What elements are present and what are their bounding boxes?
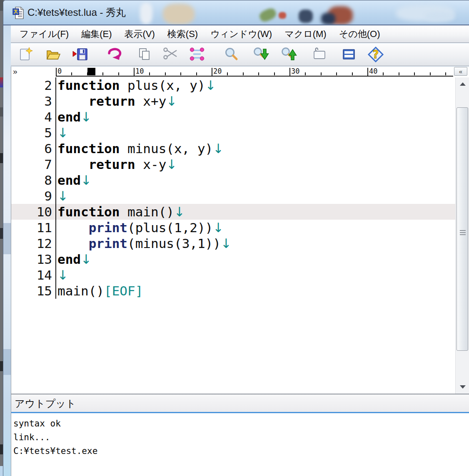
ruler-label: 40 [369,67,377,75]
code-line-row: 9↓ [11,188,455,204]
ruler-tick [367,68,368,76]
line-number: 9 [11,188,55,204]
code-line-row: 2function plus(x, y)↓ [11,77,455,93]
wallpaper-blob [299,10,313,23]
menu-item-edit[interactable]: 編集(E) [75,28,118,40]
menu-item-search[interactable]: 検索(S) [161,28,204,40]
scrollbar-down-button[interactable] [456,380,469,394]
paste-icon [189,46,207,63]
line-number: 13 [11,251,55,267]
code-lines: 2function plus(x, y)↓3 return x+y↓4end↓5… [11,77,455,299]
title-bar[interactable]: C:¥tets¥test.lua - 秀丸 [3,0,469,25]
ruler-label: 30 [291,67,299,75]
toolbar-paste-button[interactable] [189,46,207,64]
output-panel-title: アウトプット [11,394,469,413]
code-line-text[interactable]: ↓ [55,188,455,204]
toolbar-help-button[interactable]: ? [367,46,386,64]
toolbar: ? [11,43,469,66]
output-panel-body[interactable]: syntax oklink...C:¥tets¥test.exe [11,414,469,476]
code-segment [57,157,89,172]
code-segment: function [57,204,120,219]
code-line-row: 14↓ [11,267,455,283]
toolbar-split-window-button[interactable] [340,46,359,64]
toolbar-save-file-button[interactable] [72,46,90,64]
code-line-text[interactable]: end↓ [55,109,455,125]
ruler-expand-button[interactable]: » [13,67,17,76]
code-line-text[interactable]: main()[EOF] [55,283,455,299]
newline-mark-icon: ↓ [81,252,92,267]
menu-item-view[interactable]: 表示(V) [118,28,161,40]
editor-pane: » 010203040 « 2function plus(x, y)↓3 ret… [11,67,469,476]
toolbar-search-up-button[interactable] [280,46,299,64]
ruler-tick [258,72,259,75]
scrollbar-up-button[interactable] [456,77,469,91]
code-segment [57,236,89,251]
vertical-scrollbar[interactable] [455,77,469,394]
code-line-row: 3 return x+y↓ [11,93,455,109]
scrollbar-thumb[interactable] [457,107,468,351]
ruler-tick [149,72,150,75]
down-arrow-icon [460,385,466,389]
code-segment [57,220,89,235]
toolbar-copy-button[interactable] [136,46,155,64]
output-line: syntax ok [13,417,469,431]
code-line-text[interactable]: function plus(x, y)↓ [55,77,455,93]
code-line-row: 11 print(plus(1,2))↓ [11,220,455,236]
code-line-text[interactable]: print(plus(1,2))↓ [55,220,455,236]
code-line-row: 15main()[EOF] [11,283,455,299]
line-number: 2 [11,77,55,93]
toolbar-cut-button[interactable] [162,46,181,64]
newline-mark-icon: ↓ [205,78,216,93]
code-line-text[interactable]: function minus(x, y)↓ [55,141,455,156]
ruler-tick [196,72,197,75]
new-file-icon [17,46,36,63]
ruler-tick [352,72,353,75]
line-number: 7 [11,156,55,172]
toolbar-undo-button[interactable] [106,46,125,64]
ruler-tick [305,72,306,75]
code-line-text[interactable]: return x+y↓ [55,93,455,109]
toolbar-open-file-button[interactable] [45,46,63,64]
newline-mark-icon: ↓ [81,109,92,124]
output-line: link... [13,431,469,444]
ruler-tick [399,72,399,75]
code-segment: print [89,220,127,235]
search-down-icon [252,46,271,63]
frame-smudge [3,349,11,375]
menu-item-window[interactable]: ウィンドウ(W) [204,28,278,40]
menu-item-other[interactable]: その他(O) [333,28,387,40]
code-line-text[interactable]: end↓ [55,172,455,188]
toolbar-new-file-button[interactable] [17,46,36,64]
menu-item-file[interactable]: ファイル(F) [13,28,75,40]
wallpaper-blob [163,4,195,25]
toolbar-tag-jump-button[interactable] [311,46,329,64]
toolbar-search-down-button[interactable] [252,46,271,64]
code-line-text[interactable]: ↓ [55,267,455,283]
ruler-tick [71,72,72,75]
split-window-icon [340,46,359,63]
code-segment: end [57,109,81,124]
code-line-text[interactable]: return x-y↓ [55,156,455,172]
line-number: 11 [11,220,55,236]
svg-text:?: ? [372,48,379,61]
menu-item-macro[interactable]: マクロ(M) [278,28,333,40]
app-icon[interactable] [12,7,24,19]
line-number: 14 [11,267,55,283]
ruler-tick [274,72,275,75]
code-line-text[interactable]: print(minus(3,1))↓ [55,236,455,251]
line-number: 15 [11,283,55,299]
code-line-row: 4end↓ [11,109,455,125]
code-line-text[interactable]: function main()↓ [55,204,455,220]
code-line-text[interactable]: ↓ [55,125,455,141]
code-line-text[interactable]: end↓ [55,251,455,267]
toolbar-search-button[interactable] [224,46,242,64]
ruler-collapse-button[interactable]: « [454,67,467,76]
ruler-tick [445,72,446,75]
wallpaper-blob [321,13,335,25]
search-icon [224,46,242,63]
up-arrow-icon [460,82,466,86]
ruler-label: 10 [135,67,144,75]
ruler-tick [321,72,322,75]
undo-arrow-icon [106,46,125,63]
code-segment: plus(x, y) [120,78,205,93]
